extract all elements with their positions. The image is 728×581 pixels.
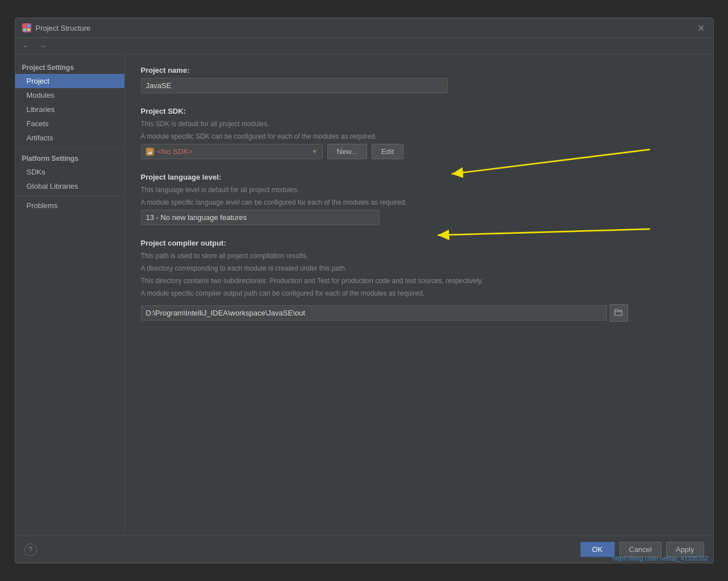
sidebar-divider xyxy=(15,147,124,148)
project-name-input[interactable] xyxy=(141,78,448,93)
sidebar-item-project[interactable]: Project xyxy=(15,74,124,88)
svg-text:☕: ☕ xyxy=(147,150,152,155)
sidebar-item-facets[interactable]: Facets xyxy=(15,117,124,131)
help-button[interactable]: ? xyxy=(24,543,37,556)
compiler-desc2: A directory corresponding to each module… xyxy=(141,263,697,273)
project-name-section: Project name: xyxy=(141,66,697,93)
sidebar-item-modules[interactable]: Modules xyxy=(15,88,124,102)
title-bar: Project Structure ✕ xyxy=(15,18,713,38)
svg-rect-3 xyxy=(27,28,30,31)
ok-button[interactable]: OK xyxy=(580,542,615,557)
folder-browse-button[interactable] xyxy=(609,304,628,322)
compiler-desc3: This directory contains two subdirectori… xyxy=(141,276,697,286)
platform-settings-label: Platform Settings xyxy=(15,150,124,165)
language-level-label: Project language level: xyxy=(141,173,697,181)
compiler-output-label: Project compiler output: xyxy=(141,239,697,247)
project-structure-dialog: Project Structure ✕ ← → Project Settings… xyxy=(15,18,714,563)
language-level-section: Project language level: This language le… xyxy=(141,173,697,225)
app-icon xyxy=(22,23,31,32)
project-sdk-label: Project SDK: xyxy=(141,107,697,115)
forward-button[interactable]: → xyxy=(37,40,49,52)
sdk-icon: ☕ xyxy=(146,148,154,156)
language-dropdown-wrapper: 13 - No new language features xyxy=(141,210,380,225)
sdk-edit-button[interactable]: Edit xyxy=(372,144,403,159)
project-sdk-desc1: This SDK is default for all project modu… xyxy=(141,119,697,129)
close-button[interactable]: ✕ xyxy=(696,23,706,33)
dialog-body: Project Settings Project Modules Librari… xyxy=(15,55,713,536)
svg-line-9 xyxy=(438,229,650,235)
bottom-bar: ? https://blog.csdn.net/qq_41335332 OK C… xyxy=(15,536,713,563)
watermark-text: https://blog.csdn.net/qq_41335332 xyxy=(613,555,709,562)
compiler-desc1: This path is used to store all project c… xyxy=(141,251,697,261)
project-name-label: Project name: xyxy=(141,66,697,74)
svg-rect-2 xyxy=(23,28,26,31)
dropdown-arrow-icon: ▼ xyxy=(312,148,318,155)
compiler-output-section: Project compiler output: This path is us… xyxy=(141,239,697,322)
sdk-row: ☕ <No SDK> ▼ New... Edit xyxy=(141,144,697,159)
sidebar-item-global-libraries[interactable]: Global Libraries xyxy=(15,179,124,193)
language-desc2: A module specific language level can be … xyxy=(141,197,697,208)
sdk-dropdown[interactable]: ☕ <No SDK> ▼ xyxy=(141,144,323,159)
sidebar-item-libraries[interactable]: Libraries xyxy=(15,102,124,117)
language-level-dropdown[interactable]: 13 - No new language features xyxy=(141,210,380,225)
bottom-right-buttons: https://blog.csdn.net/qq_41335332 OK Can… xyxy=(580,542,704,557)
sdk-value: <No SDK> xyxy=(157,147,309,156)
svg-rect-1 xyxy=(27,24,30,27)
nav-bar: ← → xyxy=(15,38,713,55)
sdk-new-button[interactable]: New... xyxy=(327,144,367,159)
dialog-title: Project Structure xyxy=(36,24,692,32)
sidebar-item-sdks[interactable]: SDKs xyxy=(15,165,124,179)
svg-rect-0 xyxy=(23,24,26,27)
sidebar: Project Settings Project Modules Librari… xyxy=(15,55,125,536)
language-desc1: This language level is default for all p… xyxy=(141,185,697,195)
project-sdk-desc2: A module specific SDK can be configured … xyxy=(141,131,697,142)
compiler-desc4: A module specific compiler output path c… xyxy=(141,288,697,298)
sidebar-item-problems[interactable]: Problems xyxy=(15,198,124,213)
back-button[interactable]: ← xyxy=(20,40,32,52)
sidebar-divider-2 xyxy=(15,196,124,196)
output-path-row xyxy=(141,304,697,322)
project-settings-label: Project Settings xyxy=(15,59,124,74)
compiler-output-input[interactable] xyxy=(141,305,607,321)
sidebar-item-artifacts[interactable]: Artifacts xyxy=(15,131,124,145)
main-content: Project name: Project SDK: This SDK is d… xyxy=(125,55,713,536)
project-sdk-section: Project SDK: This SDK is default for all… xyxy=(141,107,697,159)
